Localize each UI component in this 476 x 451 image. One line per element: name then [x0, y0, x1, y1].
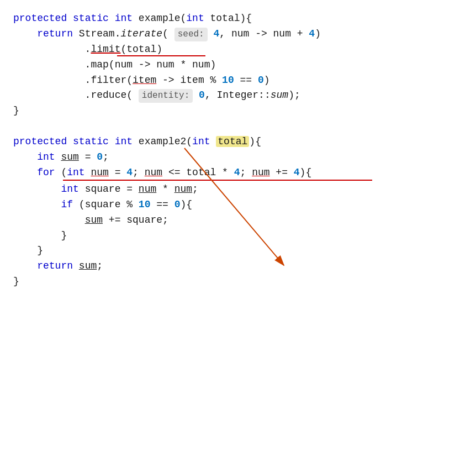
kw-return2: return	[37, 260, 73, 271]
kw-int2: int	[186, 13, 204, 24]
kw-int3: int	[115, 136, 133, 147]
kw-static: static	[73, 13, 109, 24]
method1-reduce-line: .reduce( identity: 0, Integer::sum);	[13, 88, 463, 103]
kw-int6: int	[67, 167, 84, 178]
method1-close: }	[13, 103, 463, 119]
method1-block: protected static int example(int total){…	[13, 11, 463, 119]
method2-for-line: for (int num = 4; num <= total * 4; num …	[13, 165, 463, 181]
method1-line1: return Stream.iterate( seed: 4, num -> n…	[13, 27, 463, 42]
identity-badge: identity:	[139, 89, 193, 103]
kw-protected: protected	[13, 13, 67, 24]
method2-if-close: }	[13, 228, 463, 244]
method1-map-line: .map(num -> num * num)	[13, 57, 463, 73]
kw-if: if	[61, 199, 73, 210]
kw-int: int	[115, 13, 133, 24]
method2-close: }	[13, 274, 463, 290]
method1-filter-line: .filter(item -> item % 10 == 0)	[13, 73, 463, 88]
method1-signature-line: protected static int example(int total){	[13, 11, 463, 27]
kw-int5: int	[37, 151, 55, 162]
kw-int4: int	[192, 136, 210, 147]
method1-limit-line: .limit(total)	[13, 42, 463, 57]
method2-return-line: return sum;	[13, 259, 463, 274]
code-display: protected static int example(int total){…	[13, 11, 463, 290]
method2-for-close: }	[13, 243, 463, 259]
method2-square-line: int square = num * num;	[13, 182, 463, 197]
kw-for: for	[37, 167, 55, 178]
kw-static2: static	[73, 136, 109, 147]
section-divider	[13, 119, 463, 134]
kw-int7: int	[61, 183, 78, 195]
kw-protected2: protected	[13, 136, 67, 147]
total-highlight: total	[216, 136, 249, 147]
seed-badge: seed:	[174, 28, 208, 41]
method2-signature-line: protected static int example2(int total)…	[13, 134, 463, 150]
method2-block: protected static int example2(int total)…	[13, 134, 463, 290]
kw-return1: return	[37, 28, 73, 39]
method2-sum-plus-line: sum += square;	[13, 213, 463, 228]
method2-if-line: if (square % 10 == 0){	[13, 197, 463, 213]
method2-sum-init: int sum = 0;	[13, 150, 463, 165]
